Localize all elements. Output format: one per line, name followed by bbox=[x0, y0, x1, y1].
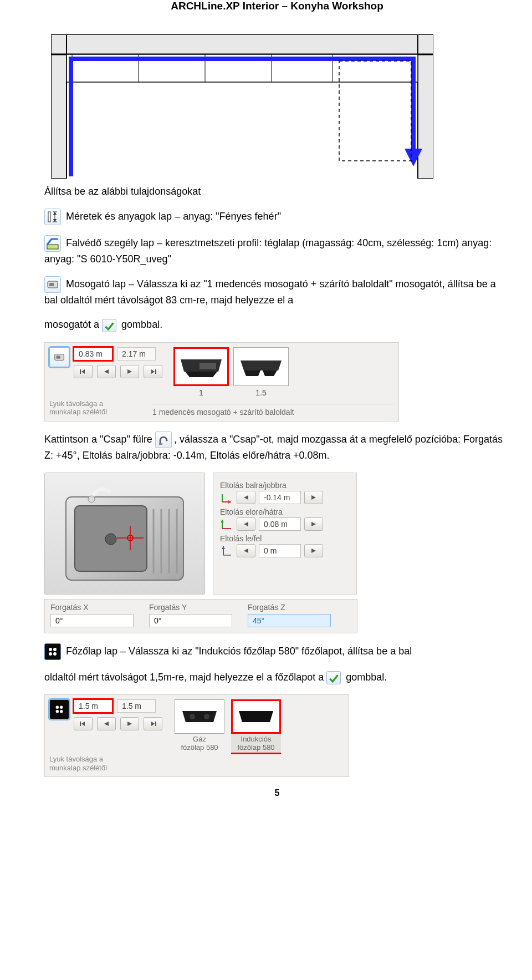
svg-marker-37 bbox=[263, 370, 277, 376]
text: gombbal. bbox=[346, 672, 387, 683]
confirm-check-icon bbox=[102, 319, 116, 332]
svg-rect-27 bbox=[80, 369, 81, 374]
svg-rect-21 bbox=[47, 245, 58, 249]
rot-x-label: Forgatás X bbox=[50, 603, 134, 612]
svg-point-73 bbox=[60, 710, 63, 713]
rot-z-field[interactable]: 45° bbox=[248, 614, 331, 627]
paragraph: mosogatót a gombbal. bbox=[44, 317, 510, 332]
svg-rect-34 bbox=[200, 363, 216, 369]
dec-button[interactable] bbox=[237, 517, 255, 531]
page-number: 5 bbox=[44, 777, 510, 798]
svg-rect-0 bbox=[51, 34, 433, 54]
cooktop-induction-tile[interactable] bbox=[231, 699, 281, 734]
arrow-left-button[interactable] bbox=[97, 365, 116, 378]
svg-rect-15 bbox=[48, 212, 50, 222]
svg-point-66 bbox=[49, 648, 52, 651]
caption-text: Lyuk távolsága a bbox=[49, 399, 144, 408]
svg-rect-38 bbox=[159, 443, 162, 445]
backsplash-tab-icon bbox=[44, 235, 61, 252]
sink-variant-1-5-tile[interactable] bbox=[233, 347, 289, 386]
svg-point-81 bbox=[190, 714, 195, 719]
svg-marker-83 bbox=[239, 711, 273, 722]
arrow-left-start-button[interactable] bbox=[74, 365, 93, 378]
svg-marker-60 bbox=[311, 522, 316, 526]
variant-label: 1 bbox=[199, 388, 203, 397]
svg-point-69 bbox=[53, 652, 57, 656]
arrow-right-button[interactable] bbox=[120, 365, 139, 378]
svg-rect-2 bbox=[418, 34, 433, 179]
svg-marker-29 bbox=[127, 369, 132, 374]
text: Méretek és anyagok lap – anyag: "Fényes … bbox=[66, 211, 281, 222]
arrow-left-start-button[interactable] bbox=[74, 717, 93, 730]
svg-marker-20 bbox=[53, 219, 57, 222]
dec-button[interactable] bbox=[237, 544, 255, 557]
sink-variant-1-tile[interactable] bbox=[173, 347, 229, 386]
offset-lr-label: Eltolás balra/jobbra bbox=[220, 481, 350, 490]
rot-y-field[interactable]: 0° bbox=[149, 614, 232, 627]
axis-z-icon bbox=[220, 544, 233, 557]
inc-button[interactable] bbox=[304, 517, 323, 531]
offset-ud-label: Eltolás le/fel bbox=[220, 534, 350, 543]
inc-button[interactable] bbox=[304, 491, 323, 504]
svg-point-71 bbox=[60, 706, 63, 709]
svg-rect-23 bbox=[49, 283, 54, 286]
cooktop-distance-right-field[interactable]: 1.5 m bbox=[117, 699, 156, 713]
distance-left-field[interactable]: 0.83 m bbox=[74, 347, 112, 360]
arrow-right-button[interactable] bbox=[120, 717, 139, 730]
sink-category-button[interactable] bbox=[49, 347, 69, 367]
svg-point-70 bbox=[56, 706, 59, 709]
rot-z-label: Forgatás Z bbox=[248, 603, 331, 612]
text: Mosogató lap – Válassza ki az "1 medencé… bbox=[44, 278, 496, 306]
rot-x-field[interactable]: 0° bbox=[50, 614, 134, 627]
svg-point-67 bbox=[53, 648, 57, 651]
paragraph: Főzőlap lap – Válassza ki az "Indukciós … bbox=[44, 643, 510, 660]
offset-fb-label: Eltolás elore/hátra bbox=[220, 507, 350, 516]
svg-point-82 bbox=[204, 714, 209, 719]
svg-rect-79 bbox=[155, 722, 156, 726]
sink-panel: 0.83 m 2.17 m bbox=[44, 342, 399, 422]
svg-marker-35 bbox=[241, 360, 282, 370]
sink-description: 1 medencés mosogató + szárító baloldalt bbox=[152, 404, 394, 417]
axis-x-icon bbox=[220, 491, 233, 504]
offset-lr-field[interactable]: -0.14 m bbox=[259, 491, 301, 504]
text: oldaltól mért távolságot 1,5m-re, majd h… bbox=[44, 672, 324, 683]
inc-button[interactable] bbox=[304, 544, 323, 557]
svg-marker-26 bbox=[81, 369, 85, 374]
rotation-panel: Forgatás X 0° Forgatás Y 0° Forgatás Z 4… bbox=[44, 599, 357, 633]
svg-point-39 bbox=[166, 439, 167, 441]
arrow-right-end-button[interactable] bbox=[144, 717, 162, 730]
svg-marker-65 bbox=[311, 549, 316, 553]
svg-point-68 bbox=[49, 652, 52, 656]
distance-right-field[interactable]: 2.17 m bbox=[117, 347, 156, 360]
offset-ud-field[interactable]: 0 m bbox=[259, 544, 301, 557]
caption-text: munkalap szélétől bbox=[49, 764, 144, 773]
cooktop-distance-left-field[interactable]: 1.5 m bbox=[74, 699, 112, 713]
svg-point-47 bbox=[88, 496, 95, 502]
dimensions-tab-icon bbox=[44, 209, 61, 225]
paragraph: Méretek és anyagok lap – anyag: "Fényes … bbox=[44, 209, 510, 225]
section-heading: Állítsa be az alábbi tulajdonságokat bbox=[44, 184, 510, 199]
svg-marker-53 bbox=[228, 500, 231, 504]
paragraph: Mosogató lap – Válassza ki az "1 medencé… bbox=[44, 276, 510, 307]
svg-point-42 bbox=[105, 534, 116, 545]
cooktop-tab-icon bbox=[44, 643, 61, 660]
svg-marker-77 bbox=[127, 722, 132, 726]
caption-text: munkalap szélétől bbox=[49, 408, 144, 417]
arrow-left-button[interactable] bbox=[97, 717, 116, 730]
arrow-right-end-button[interactable] bbox=[144, 365, 162, 378]
svg-marker-33 bbox=[185, 372, 217, 377]
text: Főzőlap lap – Válassza ki az "Indukciós … bbox=[66, 646, 412, 657]
svg-rect-75 bbox=[80, 722, 81, 726]
svg-marker-36 bbox=[244, 370, 260, 376]
text: mosogatót a bbox=[44, 319, 99, 330]
paragraph: Falvédő szegély lap – keresztmetszeti pr… bbox=[44, 235, 510, 266]
cooktop-gas-tile[interactable] bbox=[175, 699, 224, 734]
dec-button[interactable] bbox=[237, 491, 255, 504]
svg-marker-59 bbox=[244, 522, 248, 526]
svg-rect-31 bbox=[155, 369, 156, 374]
svg-marker-80 bbox=[182, 711, 217, 722]
cooktop-category-button[interactable] bbox=[49, 699, 69, 719]
svg-rect-1 bbox=[51, 34, 66, 179]
variant-label: 1.5 bbox=[255, 388, 266, 397]
offset-fb-field[interactable]: 0.08 m bbox=[259, 517, 301, 531]
